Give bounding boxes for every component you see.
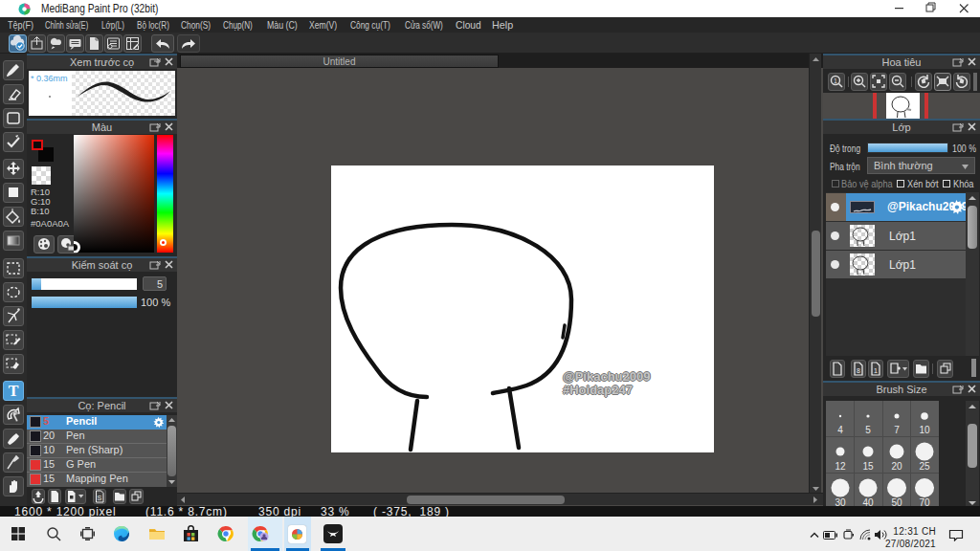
svg-text:10: 10 <box>919 425 930 435</box>
svg-text:12: 12 <box>835 461 846 472</box>
svg-text:20: 20 <box>891 461 902 472</box>
svg-text:S: S <box>98 495 102 501</box>
svg-text:8: 8 <box>857 367 860 374</box>
svg-text:25: 25 <box>919 461 930 472</box>
svg-text:1: 1 <box>834 77 837 84</box>
svg-text:4: 4 <box>837 425 843 435</box>
svg-text:1: 1 <box>874 367 878 374</box>
svg-text:15: 15 <box>862 461 874 472</box>
svg-text:7: 7 <box>894 425 900 435</box>
svg-text:5: 5 <box>865 425 871 435</box>
svg-text:T: T <box>9 383 19 399</box>
